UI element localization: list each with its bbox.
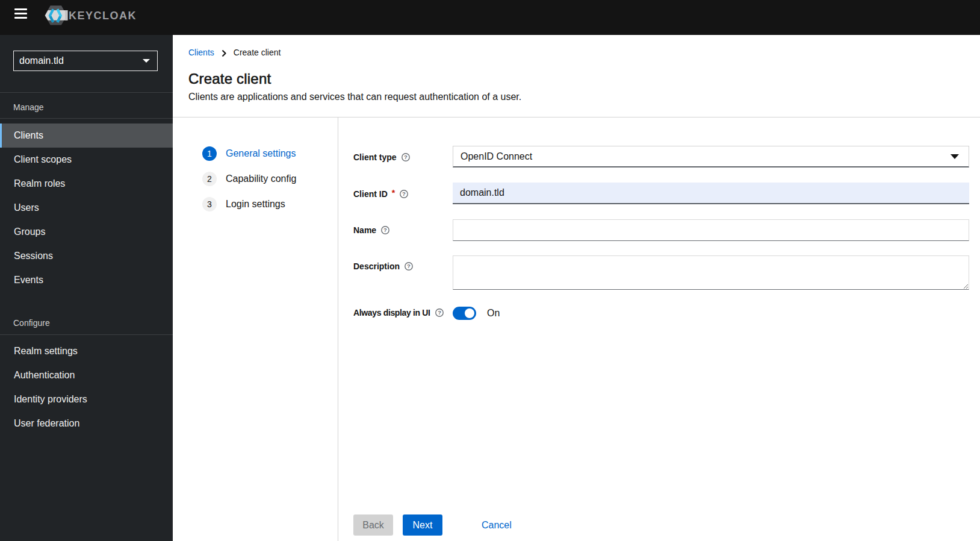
svg-text:?: ? [402, 190, 406, 197]
svg-text:?: ? [407, 263, 411, 269]
svg-text:?: ? [383, 227, 387, 233]
svg-text:KEYCLOAK: KEYCLOAK [69, 10, 137, 22]
svg-text:?: ? [404, 154, 408, 160]
svg-text:?: ? [438, 309, 441, 316]
